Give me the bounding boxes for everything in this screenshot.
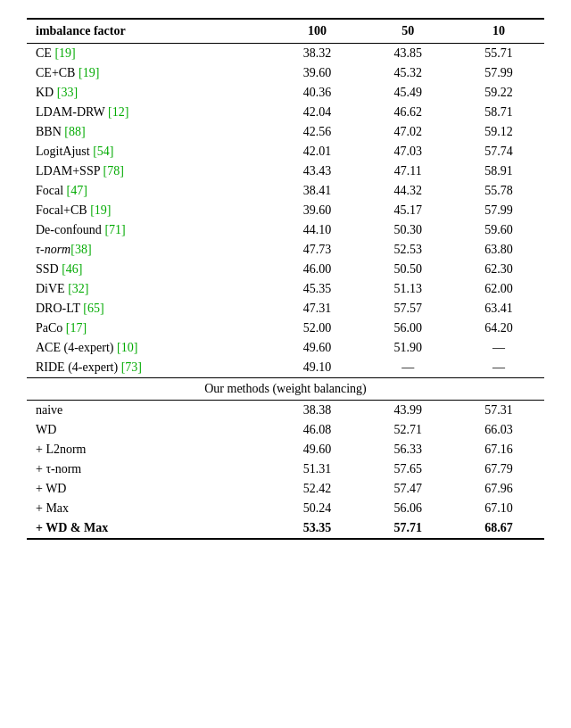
our-value-cell: 51.31 xyxy=(272,459,363,479)
our-table-row: + L2norm49.6056.3367.16 xyxy=(27,440,544,459)
value-cell: 47.73 xyxy=(272,240,363,260)
col-method: imbalance factor xyxy=(27,19,272,44)
col-10: 10 xyxy=(453,19,544,44)
value-cell: 57.99 xyxy=(453,63,544,83)
our-table-row: WD46.0852.7166.03 xyxy=(27,420,544,440)
value-cell: 39.60 xyxy=(272,63,363,83)
header-row: imbalance factor 100 50 10 xyxy=(27,19,544,44)
value-cell: 59.60 xyxy=(453,220,544,240)
table-row: KD [33]40.3645.4959.22 xyxy=(27,83,544,103)
our-method-cell: + WD & Max xyxy=(27,518,272,539)
value-cell: — xyxy=(453,338,544,358)
value-cell: 59.12 xyxy=(453,122,544,142)
table-row: τ-norm[38]47.7352.5363.80 xyxy=(27,240,544,260)
section-header-row: Our methods (weight balancing) xyxy=(27,378,544,401)
our-value-cell: 52.71 xyxy=(362,420,453,440)
value-cell: 45.35 xyxy=(272,279,363,299)
value-cell: 58.71 xyxy=(453,103,544,122)
method-cell: ACE (4-expert) [10] xyxy=(27,338,272,358)
value-cell: 43.85 xyxy=(362,44,453,64)
table-row: Focal+CB [19]39.6045.1757.99 xyxy=(27,201,544,220)
our-method-cell: + Max xyxy=(27,499,272,518)
our-value-cell: 67.79 xyxy=(453,459,544,479)
method-cell: Focal+CB [19] xyxy=(27,201,272,220)
value-cell: 57.99 xyxy=(453,201,544,220)
value-cell: 63.80 xyxy=(453,240,544,260)
our-value-cell: 56.33 xyxy=(362,440,453,459)
value-cell: — xyxy=(362,358,453,378)
value-cell: 63.41 xyxy=(453,299,544,318)
value-cell: 55.78 xyxy=(453,181,544,201)
table-row: BBN [88]42.5647.0259.12 xyxy=(27,122,544,142)
table-row: DRO-LT [65]47.3157.5763.41 xyxy=(27,299,544,318)
our-method-cell: + τ-norm xyxy=(27,459,272,479)
our-value-cell: 38.38 xyxy=(272,401,363,421)
our-value-cell: 50.24 xyxy=(272,499,363,518)
value-cell: 38.41 xyxy=(272,181,363,201)
table-row: DiVE [32]45.3551.1362.00 xyxy=(27,279,544,299)
value-cell: 46.00 xyxy=(272,260,363,279)
value-cell: 49.60 xyxy=(272,338,363,358)
value-cell: 55.71 xyxy=(453,44,544,64)
section-title: Our methods (weight balancing) xyxy=(27,378,544,401)
value-cell: 46.62 xyxy=(362,103,453,122)
method-cell: BBN [88] xyxy=(27,122,272,142)
method-cell: LDAM+SSP [78] xyxy=(27,161,272,181)
method-cell: LDAM-DRW [12] xyxy=(27,103,272,122)
our-table-row: + WD52.4257.4767.96 xyxy=(27,479,544,499)
our-value-cell: 67.10 xyxy=(453,499,544,518)
value-cell: 57.74 xyxy=(453,142,544,161)
method-cell: KD [33] xyxy=(27,83,272,103)
method-cell: τ-norm[38] xyxy=(27,240,272,260)
value-cell: 38.32 xyxy=(272,44,363,64)
our-value-cell: 49.60 xyxy=(272,440,363,459)
our-value-cell: 68.67 xyxy=(453,518,544,539)
value-cell: 47.03 xyxy=(362,142,453,161)
method-cell: CE+CB [19] xyxy=(27,63,272,83)
value-cell: 50.30 xyxy=(362,220,453,240)
our-method-cell: + WD xyxy=(27,479,272,499)
table-row: LDAM+SSP [78]43.4347.1158.91 xyxy=(27,161,544,181)
value-cell: 43.43 xyxy=(272,161,363,181)
value-cell: 57.57 xyxy=(362,299,453,318)
table-row: CE+CB [19]39.6045.3257.99 xyxy=(27,63,544,83)
method-cell: CE [19] xyxy=(27,44,272,64)
our-table-row: + Max50.2456.0667.10 xyxy=(27,499,544,518)
value-cell: 44.32 xyxy=(362,181,453,201)
our-value-cell: 67.16 xyxy=(453,440,544,459)
value-cell: — xyxy=(453,358,544,378)
method-cell: Focal [47] xyxy=(27,181,272,201)
table-row: PaCo [17]52.0056.0064.20 xyxy=(27,318,544,338)
table-row: De-confound [71]44.1050.3059.60 xyxy=(27,220,544,240)
our-value-cell: 57.65 xyxy=(362,459,453,479)
value-cell: 47.02 xyxy=(362,122,453,142)
value-cell: 64.20 xyxy=(453,318,544,338)
col-100: 100 xyxy=(272,19,363,44)
col-50: 50 xyxy=(362,19,453,44)
our-value-cell: 57.47 xyxy=(362,479,453,499)
method-cell: DRO-LT [65] xyxy=(27,299,272,318)
method-cell: De-confound [71] xyxy=(27,220,272,240)
value-cell: 42.04 xyxy=(272,103,363,122)
our-value-cell: 57.31 xyxy=(453,401,544,421)
value-cell: 45.17 xyxy=(362,201,453,220)
our-value-cell: 43.99 xyxy=(362,401,453,421)
value-cell: 47.31 xyxy=(272,299,363,318)
value-cell: 47.11 xyxy=(362,161,453,181)
method-cell: PaCo [17] xyxy=(27,318,272,338)
table-row: SSD [46]46.0050.5062.30 xyxy=(27,260,544,279)
value-cell: 45.49 xyxy=(362,83,453,103)
our-table-row: + WD & Max53.3557.7168.67 xyxy=(27,518,544,539)
our-value-cell: 53.35 xyxy=(272,518,363,539)
value-cell: 52.00 xyxy=(272,318,363,338)
value-cell: 44.10 xyxy=(272,220,363,240)
value-cell: 40.36 xyxy=(272,83,363,103)
table-row: LDAM-DRW [12]42.0446.6258.71 xyxy=(27,103,544,122)
table-row: ACE (4-expert) [10]49.6051.90— xyxy=(27,338,544,358)
method-cell: DiVE [32] xyxy=(27,279,272,299)
our-method-cell: naive xyxy=(27,401,272,421)
value-cell: 42.56 xyxy=(272,122,363,142)
value-cell: 52.53 xyxy=(362,240,453,260)
value-cell: 45.32 xyxy=(362,63,453,83)
our-value-cell: 46.08 xyxy=(272,420,363,440)
